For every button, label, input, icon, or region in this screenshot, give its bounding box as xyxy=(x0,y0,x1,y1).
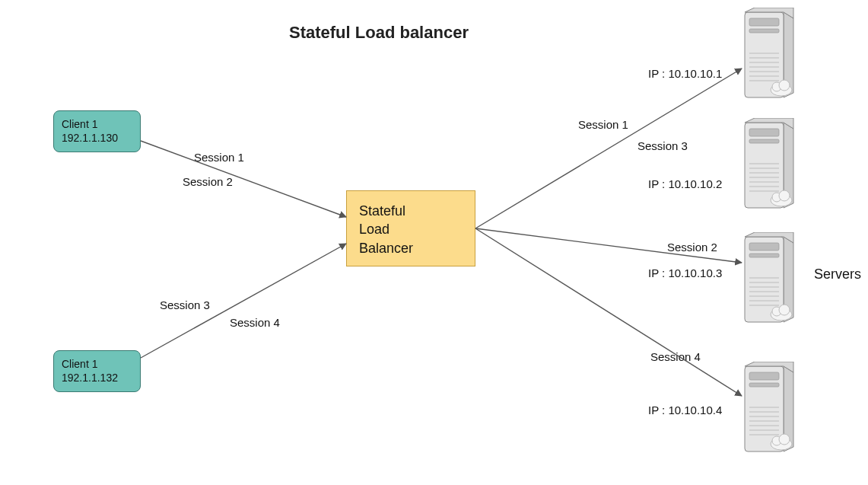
lb-line1: Stateful xyxy=(359,202,463,220)
label-session-2-left: Session 2 xyxy=(183,175,233,188)
load-balancer-box: Stateful Load Balancer xyxy=(346,190,475,266)
label-session-4-left: Session 4 xyxy=(230,316,280,329)
servers-heading: Servers xyxy=(814,266,861,282)
server-2-icon xyxy=(742,118,795,209)
lb-line2: Load xyxy=(359,220,463,238)
label-session-3-right: Session 3 xyxy=(637,139,688,152)
server-4-ip-label: IP : 10.10.10.4 xyxy=(648,404,722,416)
server-4-icon xyxy=(742,362,795,453)
label-session-2-right: Session 2 xyxy=(667,241,717,254)
server-2-ip-label: IP : 10.10.10.2 xyxy=(648,177,722,190)
label-session-4-right: Session 4 xyxy=(650,350,701,363)
label-session-1-right: Session 1 xyxy=(578,118,628,131)
server-1-icon xyxy=(742,8,795,99)
server-3-ip-label: IP : 10.10.10.3 xyxy=(648,266,722,279)
svg-line-2 xyxy=(475,69,742,228)
diagram-title: Stateful Load balancer xyxy=(289,23,469,43)
client-1-name: Client 1 xyxy=(62,117,132,131)
server-1-ip-label: IP : 10.10.10.1 xyxy=(648,67,722,80)
lb-line3: Balancer xyxy=(359,239,463,257)
label-session-3-left: Session 3 xyxy=(160,298,210,311)
svg-line-4 xyxy=(475,228,742,396)
client-2-ip: 192.1.1.132 xyxy=(62,371,132,384)
client-2-name: Client 1 xyxy=(62,357,132,371)
label-session-1-left: Session 1 xyxy=(194,151,244,164)
client-1-ip: 192.1.1.130 xyxy=(62,131,132,145)
client-2-box: Client 1 192.1.1.132 xyxy=(53,350,141,392)
client-1-box: Client 1 192.1.1.130 xyxy=(53,110,141,152)
server-3-icon xyxy=(742,232,795,324)
